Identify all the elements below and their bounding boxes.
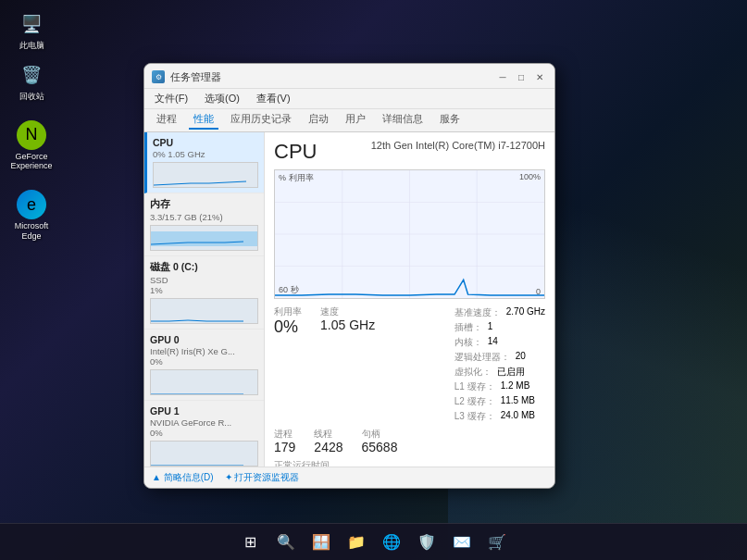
sidebar-disk-title: 磁盘 0 (C:) [150, 261, 258, 274]
taskbar-search[interactable]: 🔍 [271, 528, 301, 557]
pth-row: 进程 179 线程 2428 句柄 65688 [274, 429, 545, 454]
edge-icon: e [17, 190, 46, 219]
sidebar-disk-subtitle: SSD1% [150, 275, 258, 295]
icon-geforce[interactable]: N GeForce Experience [7, 120, 56, 172]
taskbar-start[interactable]: ⊞ [236, 528, 266, 557]
taskmanager-icon: ⚙ [152, 70, 165, 83]
fewer-details-label: ▲ 简略信息(D) [152, 471, 214, 484]
taskbar-widgets[interactable]: 🪟 [306, 528, 336, 557]
threads-value: 2428 [314, 441, 342, 454]
taskbar-security[interactable]: 🛡️ [412, 528, 442, 557]
tab-users[interactable]: 用户 [341, 111, 370, 130]
cpu-mini-graph [153, 162, 258, 188]
logical-value: 20 [516, 351, 526, 364]
l1-value: 1.2 MB [501, 380, 530, 393]
sidebar-item-gpu1[interactable]: GPU 1 NVIDIA GeForce R...0% [144, 401, 264, 467]
graph-100-label: 100% [519, 172, 541, 181]
l2-value: 11.5 MB [501, 395, 535, 408]
geforce-icon: N [17, 120, 46, 150]
cpu-graph-svg [275, 170, 544, 298]
title-bar: ⚙ 任务管理器 ─ □ ✕ [144, 64, 554, 89]
cpu-header: CPU 12th Gen Intel(R) Core(TM) i7-12700H [274, 140, 545, 164]
stats-main: 利用率 0% 速度 1.05 GHz 基准速度： 2.70 GHz [274, 306, 545, 423]
memory-mini-graph-svg [151, 226, 257, 250]
graph-0-label: 0 [536, 287, 541, 296]
geforce-label: GeForce Experience [7, 152, 56, 172]
tab-startup[interactable]: 启动 [304, 111, 333, 130]
gpu0-mini-graph [150, 369, 258, 395]
base-speed-label: 基准速度： [454, 306, 501, 319]
cores-value: 14 [488, 336, 498, 349]
cpu-right-info: 基准速度： 2.70 GHz 插槽： 1 内核： 14 逻辑处理器： [454, 306, 545, 423]
stat-processes: 进程 179 [274, 429, 295, 454]
menu-file[interactable]: 文件(F) [152, 91, 191, 106]
sidebar-item-disk[interactable]: 磁盘 0 (C:) SSD1% [144, 256, 264, 330]
stat-speed: 速度 1.05 GHz [320, 306, 375, 423]
sidebar-gpu1-title: GPU 1 [150, 405, 258, 417]
menu-options[interactable]: 选项(O) [202, 91, 243, 106]
right-panel: CPU 12th Gen Intel(R) Core(TM) i7-12700H… [265, 132, 554, 467]
sidebar-gpu1-subtitle: NVIDIA GeForce R...0% [150, 417, 258, 438]
l3-label: L3 缓存： [454, 410, 495, 423]
window-controls: ─ □ ✕ [495, 69, 547, 84]
desktop: 🖥️ 此电脑 🗑️ 回收站 N GeForce Experience e Mic… [0, 0, 747, 560]
stat-uptime: 正常运行时间 0:00:04:38 [274, 460, 545, 467]
taskbar-edge[interactable]: 🌐 [377, 528, 406, 557]
recycle-icon: 🗑️ [17, 60, 46, 90]
sidebar-memory-title: 内存 [150, 198, 258, 211]
sidebar-gpu0-title: GPU 0 [150, 334, 258, 345]
tab-app-history[interactable]: 应用历史记录 [226, 111, 296, 130]
menu-view[interactable]: 查看(V) [254, 91, 293, 106]
cpu-mini-graph-svg [154, 163, 257, 187]
menu-bar: 文件(F) 选项(O) 查看(V) [144, 89, 554, 109]
stat-threads: 线程 2428 [314, 429, 342, 454]
tabs-bar: 进程 性能 应用历史记录 启动 用户 详细信息 服务 [144, 109, 554, 132]
main-content: CPU 0% 1.05 GHz 内存 3.3/15.7 GB (21%) [144, 132, 554, 467]
speed-value: 1.05 GHz [320, 318, 375, 332]
sidebar-cpu-subtitle: 0% 1.05 GHz [153, 149, 258, 159]
logical-label: 逻辑处理器： [454, 351, 510, 364]
sidebar-cpu-title: CPU [153, 137, 258, 148]
util-value: 0% [274, 318, 302, 337]
gpu1-mini-graph [150, 441, 258, 467]
tab-details[interactable]: 详细信息 [378, 111, 428, 130]
sidebar-memory-subtitle: 3.3/15.7 GB (21%) [150, 212, 258, 222]
open-resource-monitor-button[interactable]: ✦ 打开资源监视器 [225, 471, 300, 484]
disk-mini-graph [150, 298, 258, 324]
gpu0-mini-graph-svg [151, 370, 257, 394]
window-title: 任务管理器 [170, 70, 221, 84]
sidebar-item-cpu[interactable]: CPU 0% 1.05 GHz [144, 132, 264, 193]
tab-processes[interactable]: 进程 [152, 111, 181, 130]
tab-performance[interactable]: 性能 [189, 111, 218, 130]
tab-services[interactable]: 服务 [435, 111, 465, 130]
cpu-model: 12th Gen Intel(R) Core(TM) i7-12700H [371, 140, 545, 151]
disk-mini-graph-svg [151, 299, 257, 323]
task-manager-window: ⚙ 任务管理器 ─ □ ✕ 文件(F) 选项(O) 查看(V) 进程 性能 应用… [143, 63, 555, 489]
cpu-graph: % 利用率 100% 0 60 秒 [274, 169, 545, 299]
sidebar-item-memory[interactable]: 内存 3.3/15.7 GB (21%) [144, 193, 264, 256]
stats-left: 利用率 0% 速度 1.05 GHz [274, 306, 375, 423]
graph-util-label: % 利用率 [279, 172, 314, 184]
l1-label: L1 缓存： [454, 380, 495, 393]
edge-label: Microsoft Edge [7, 221, 56, 242]
gpu1-mini-graph-svg [151, 442, 257, 466]
taskbar-files[interactable]: 📁 [342, 528, 371, 557]
minimize-button[interactable]: ─ [495, 69, 510, 84]
icon-edge[interactable]: e Microsoft Edge [7, 190, 56, 242]
computer-icon: 🖥️ [17, 9, 46, 39]
recycle-label: 回收站 [19, 92, 44, 102]
maximize-button[interactable]: □ [514, 69, 529, 84]
l3-value: 24.0 MB [501, 410, 535, 423]
icon-recycle[interactable]: 🗑️ 回收站 [7, 60, 56, 102]
fewer-details-button[interactable]: ▲ 简略信息(D) [152, 471, 214, 484]
taskbar-store[interactable]: 🛒 [482, 528, 512, 557]
close-button[interactable]: ✕ [532, 69, 547, 84]
taskbar-mail[interactable]: ✉️ [447, 528, 477, 557]
sidebar-item-gpu0[interactable]: GPU 0 Intel(R) Iris(R) Xe G...0% [144, 330, 264, 401]
sockets-value: 1 [488, 321, 493, 334]
handles-value: 65688 [362, 441, 398, 454]
icon-computer[interactable]: 🖥️ 此电脑 [7, 9, 56, 51]
title-bar-left: ⚙ 任务管理器 [152, 70, 221, 84]
desktop-icons: 🖥️ 此电脑 🗑️ 回收站 N GeForce Experience e Mic… [7, 9, 56, 242]
graph-60s-label: 60 秒 [279, 284, 299, 296]
